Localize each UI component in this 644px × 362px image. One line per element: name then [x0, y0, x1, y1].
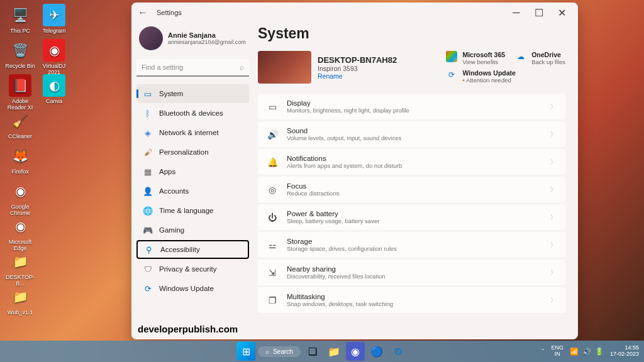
desktop-icon-google-chrome[interactable]: ◉Google Chrome [4, 180, 36, 216]
sidebar-item-accounts[interactable]: 👤Accounts [136, 182, 249, 200]
promo-microsoft365[interactable]: Microsoft 365 View benefits [446, 51, 505, 65]
rename-link[interactable]: Rename [318, 72, 397, 80]
gaming-icon: 🎮 [143, 225, 153, 235]
setting-display[interactable]: ▭DisplayMonitors, brightness, night ligh… [258, 94, 565, 119]
desktop-icon-firefox[interactable]: 🦊Firefox [4, 145, 36, 175]
system-icon: ▭ [143, 89, 153, 99]
sidebar: Annie Sanjana anniesanjana2104@gmail.com… [131, 23, 254, 339]
system-tray[interactable]: 📶 🔊 🔋 [570, 348, 604, 356]
chevron-right-icon: 〉 [550, 241, 557, 250]
desktop-icon-telegram[interactable]: ✈Telegram [38, 4, 70, 34]
chevron-right-icon: 〉 [550, 296, 557, 305]
battery-icon: 🔋 [595, 348, 604, 356]
start-button[interactable]: ⊞ [236, 342, 255, 361]
settings-list: ▭DisplayMonitors, brightness, night ligh… [258, 94, 565, 313]
setting-notifications[interactable]: 🔔NotificationsAlerts from apps and syste… [258, 149, 565, 175]
promo-windows-update[interactable]: ⟳ Windows Update Attention needed [446, 69, 565, 84]
sidebar-item-personalization[interactable]: 🖌Personalization [136, 143, 249, 162]
sidebar-item-privacy-security[interactable]: 🛡Privacy & security [136, 260, 249, 278]
sidebar-item-accessibility[interactable]: ⚲Accessibility [136, 240, 249, 259]
search-icon: ⌕ [265, 348, 269, 355]
taskbar-settings[interactable]: ⚙ [389, 342, 408, 361]
maximize-button[interactable]: ☐ [528, 4, 550, 21]
multitasking-icon: ❐ [267, 295, 278, 305]
setting-storage[interactable]: ⚍StorageStorage space, drives, configura… [258, 232, 565, 258]
windows-update-icon: ⟳ [143, 283, 153, 293]
window-title: Settings [157, 9, 182, 16]
desktop-icon-virtualdj-2021[interactable]: ◉VirtualDJ 2021 [38, 39, 70, 75]
device-model: Inspiron 3593 [318, 65, 397, 72]
setting-power-battery[interactable]: ⏻Power & batterySleep, battery usage, ba… [258, 204, 565, 230]
network-internet-icon: ◈ [143, 128, 153, 138]
taskbar-app-1[interactable]: ◉ [346, 342, 365, 361]
task-view-button[interactable]: ❏ [303, 342, 322, 361]
profile-block[interactable]: Annie Sanjana anniesanjana2104@gmail.com [136, 26, 249, 50]
wifi-icon: 📶 [570, 348, 579, 356]
bluetooth-devices-icon: ᛒ [143, 108, 153, 118]
close-button[interactable]: ✕ [550, 4, 573, 21]
accounts-icon: 👤 [143, 186, 153, 196]
chevron-right-icon: 〉 [550, 185, 557, 194]
desktop-icon-microsoft-edge[interactable]: ◉Microsoft Edge [4, 215, 36, 251]
setting-focus[interactable]: ◎FocusReduce distractions〉 [258, 177, 565, 202]
volume-icon: 🔊 [582, 348, 591, 356]
display-icon: ▭ [267, 102, 278, 112]
sidebar-item-windows-update[interactable]: ⟳Windows Update [136, 279, 249, 298]
apps-icon: ▦ [143, 167, 153, 177]
page-title: System [258, 25, 565, 42]
accessibility-icon: ⚲ [144, 244, 154, 255]
avatar [139, 26, 163, 50]
chevron-right-icon: 〉 [550, 268, 557, 277]
desktop-icon-adobe-reader-xi[interactable]: 📕Adobe Reader XI [4, 74, 36, 111]
sidebar-item-gaming[interactable]: 🎮Gaming [136, 221, 249, 239]
chevron-right-icon: 〉 [550, 102, 557, 111]
onedrive-icon: ☁ [515, 51, 526, 62]
desktop-icon-ccleaner[interactable]: 🧹CCleaner [4, 109, 36, 140]
search-box: ⌕ [136, 59, 249, 77]
personalization-icon: 🖌 [143, 147, 153, 157]
desktop-icon-desktop-b-[interactable]: 📁DESKTOP-B... [4, 250, 36, 287]
setting-nearby-sharing[interactable]: ⇲Nearby sharingDiscoverability, received… [258, 260, 565, 285]
desktop-icon-wub-v1-1[interactable]: 📁Wub_v1.1 [4, 285, 36, 315]
chevron-right-icon: 〉 [550, 213, 557, 222]
promo-onedrive[interactable]: ☁ OneDrive Back up files [515, 51, 565, 65]
search-input[interactable] [136, 59, 249, 77]
taskbar-chrome[interactable]: 🔵 [367, 342, 386, 361]
profile-name: Annie Sanjana [168, 31, 246, 39]
tray-chevron-icon[interactable]: ˄ [541, 348, 545, 354]
clock[interactable]: 14:55 17-02-2023 [610, 345, 639, 358]
setting-sound[interactable]: 🔊SoundVolume levels, output, input, soun… [258, 121, 565, 147]
settings-window: ← Settings ─ ☐ ✕ Annie Sanjana anniesanj… [131, 3, 578, 339]
setting-multitasking[interactable]: ❐MultitaskingSnap windows, desktops, tas… [258, 287, 565, 313]
language-indicator[interactable]: ENG IN [551, 345, 564, 358]
microsoft365-icon [446, 51, 457, 62]
sidebar-item-system[interactable]: ▭System [136, 84, 249, 103]
taskbar-search[interactable]: ⌕Search [258, 346, 301, 357]
sidebar-item-time-language[interactable]: 🌐Time & language [136, 201, 249, 220]
titlebar: ← Settings ─ ☐ ✕ [131, 3, 578, 23]
time-language-icon: 🌐 [143, 206, 153, 216]
focus-icon: ◎ [267, 185, 278, 195]
privacy-security-icon: 🛡 [143, 264, 153, 274]
sound-icon: 🔊 [267, 129, 278, 140]
profile-email: anniesanjana2104@gmail.com [168, 39, 246, 45]
chevron-right-icon: 〉 [550, 158, 557, 167]
notifications-icon: 🔔 [267, 157, 278, 167]
sidebar-item-network-internet[interactable]: ◈Network & internet [136, 123, 249, 142]
desktop-icon-canva[interactable]: ◐Canva [38, 74, 70, 104]
device-thumbnail [258, 51, 311, 84]
main-content: System DESKTOP-BN7AH82 Inspiron 3593 Ren… [254, 23, 578, 339]
back-button[interactable]: ← [136, 6, 149, 19]
desktop-icon-this-pc[interactable]: 🖥️This PC [4, 4, 36, 34]
sidebar-item-bluetooth-devices[interactable]: ᛒBluetooth & devices [136, 104, 249, 123]
search-icon: ⌕ [240, 63, 244, 72]
minimize-button[interactable]: ─ [505, 4, 528, 21]
nearby-sharing-icon: ⇲ [267, 268, 278, 278]
taskbar: ⊞ ⌕Search ❏ 📁 ◉ 🔵 ⚙ ˄ ENG IN 📶 🔊 🔋 14:55… [0, 341, 644, 362]
chevron-right-icon: 〉 [550, 130, 557, 139]
nav-list: ▭SystemᛒBluetooth & devices◈Network & in… [136, 84, 249, 298]
desktop-icon-recycle-bin[interactable]: 🗑️Recycle Bin [4, 39, 36, 69]
windows-update-icon: ⟳ [446, 69, 457, 80]
taskbar-explorer[interactable]: 📁 [325, 342, 343, 361]
sidebar-item-apps[interactable]: ▦Apps [136, 162, 249, 181]
